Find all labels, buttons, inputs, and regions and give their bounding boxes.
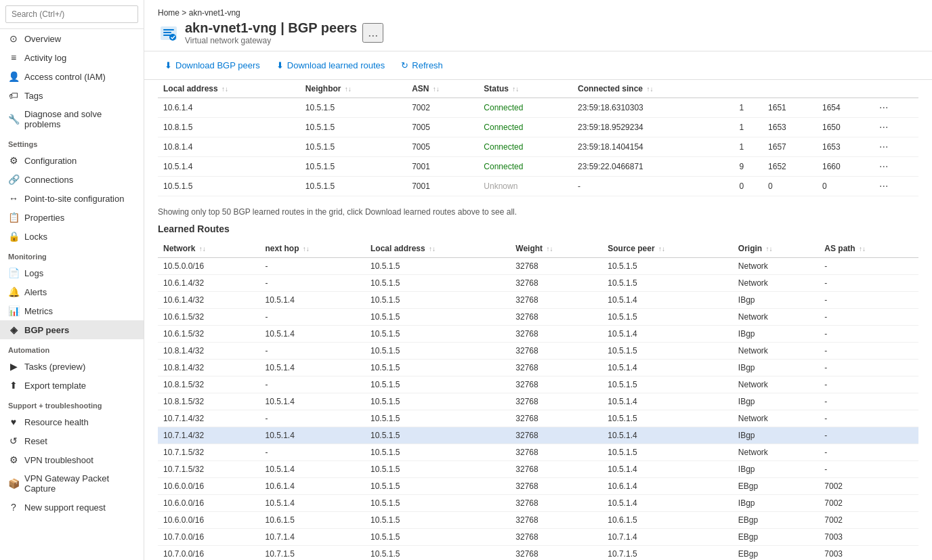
cell-neighbor: 10.5.1.5 xyxy=(300,118,406,137)
table-row: 10.8.1.4/32 10.5.1.4 10.5.1.5 32768 10.5… xyxy=(158,360,918,376)
lr-cell-source-peer: 10.5.1.4 xyxy=(602,393,733,410)
sidebar-section-monitoring: Monitoring xyxy=(0,246,144,263)
lr-cell-network: 10.8.1.5/32 xyxy=(158,393,259,410)
row-menu-button[interactable]: ··· xyxy=(876,121,891,133)
lr-col-origin[interactable]: Origin ↑↓ xyxy=(733,240,820,258)
cell-msg-sent: 1653 xyxy=(763,118,817,137)
sidebar-item-overview[interactable]: ⊙Overview xyxy=(0,29,144,48)
col-msg-received[interactable] xyxy=(817,80,871,98)
download-bgp-icon: ⬇ xyxy=(165,60,172,70)
row-menu-button[interactable]: ··· xyxy=(876,180,891,192)
col-connected-since[interactable]: Connected since ↑↓ xyxy=(572,80,734,98)
sidebar-item-bgp-peers[interactable]: ◈BGP peers xyxy=(0,320,144,339)
sidebar-item-vpn-gateway-packet[interactable]: 📦VPN Gateway Packet Capture xyxy=(0,469,144,498)
sidebar-item-reset[interactable]: ↺Reset xyxy=(0,431,144,450)
download-routes-button[interactable]: ⬇ Download learned routes xyxy=(270,57,392,74)
cell-routes-received: 0 xyxy=(734,177,763,196)
sidebar-item-new-support[interactable]: ?New support request xyxy=(0,498,144,517)
lr-col-as-path[interactable]: AS path ↑↓ xyxy=(819,240,918,258)
lr-cell-weight: 32768 xyxy=(510,410,602,427)
lr-col-weight[interactable]: Weight ↑↓ xyxy=(510,240,602,258)
lr-cell-as-path: - xyxy=(819,309,918,326)
sidebar-item-resource-health[interactable]: ♥Resource health xyxy=(0,412,144,431)
sidebar-item-connections[interactable]: 🔗Connections xyxy=(0,170,144,189)
download-bgp-button[interactable]: ⬇ Download BGP peers xyxy=(158,57,267,74)
sidebar-item-logs[interactable]: 📄Logs xyxy=(0,263,144,282)
cell-msg-sent: 1651 xyxy=(763,98,817,118)
lr-cell-origin: Network xyxy=(733,410,820,427)
lr-cell-as-path: - xyxy=(819,326,918,343)
sidebar-item-configuration[interactable]: ⚙Configuration xyxy=(0,151,144,170)
lr-cell-local-addr: 10.5.1.5 xyxy=(365,343,510,360)
resource-health-icon: ♥ xyxy=(8,416,19,427)
table-row: 10.6.1.4/32 10.5.1.4 10.5.1.5 32768 10.5… xyxy=(158,292,918,309)
lr-cell-origin: IBgp xyxy=(733,427,820,444)
sidebar-item-tasks[interactable]: ▶Tasks (preview) xyxy=(0,357,144,376)
lr-cell-weight: 32768 xyxy=(510,326,602,343)
lr-cell-network: 10.7.1.5/32 xyxy=(158,444,259,461)
cell-asn: 7005 xyxy=(406,137,478,157)
sidebar-item-p2s-config[interactable]: ↔Point-to-site configuration xyxy=(0,189,144,208)
lr-col-local-addr[interactable]: Local address ↑↓ xyxy=(365,240,510,258)
sidebar-item-locks[interactable]: 🔒Locks xyxy=(0,227,144,246)
lr-cell-source-peer: 10.6.1.4 xyxy=(602,478,733,495)
lr-cell-source-peer: 10.5.1.5 xyxy=(602,275,733,292)
sidebar-item-export-template[interactable]: ⬆Export template xyxy=(0,376,144,395)
lr-cell-weight: 32768 xyxy=(510,427,602,444)
lr-cell-source-peer: 10.5.1.4 xyxy=(602,292,733,309)
sidebar-item-alerts[interactable]: 🔔Alerts xyxy=(0,282,144,301)
cell-msg-sent: 1657 xyxy=(763,137,817,157)
sidebar-label-diagnose: Diagnose and solve problems xyxy=(24,109,135,129)
col-status[interactable]: Status ↑↓ xyxy=(478,80,572,98)
lr-col-network[interactable]: Network ↑↓ xyxy=(158,240,259,258)
lr-cell-origin: Network xyxy=(733,343,820,360)
refresh-button[interactable]: ↻ Refresh xyxy=(394,57,450,74)
col-routes-received[interactable] xyxy=(734,80,763,98)
vpn-troubleshoot-icon: ⚙ xyxy=(8,454,19,465)
sidebar-item-metrics[interactable]: 📊Metrics xyxy=(0,301,144,320)
sidebar-item-properties[interactable]: 📋Properties xyxy=(0,208,144,227)
lr-cell-as-path: 7003 xyxy=(819,529,918,546)
col-local-address[interactable]: Local address ↑↓ xyxy=(158,80,300,98)
sidebar-item-diagnose[interactable]: 🔧Diagnose and solve problems xyxy=(0,105,144,133)
vpn-gateway-packet-icon: 📦 xyxy=(8,478,19,489)
tasks-icon: ▶ xyxy=(8,361,19,372)
learned-routes-heading: Learned Routes xyxy=(158,223,918,234)
search-input[interactable] xyxy=(5,5,138,23)
download-routes-label: Download learned routes xyxy=(287,60,385,70)
download-routes-icon: ⬇ xyxy=(276,60,284,70)
col-neighbor[interactable]: Neighbor ↑↓ xyxy=(300,80,406,98)
sidebar-item-tags[interactable]: 🏷Tags xyxy=(0,86,144,105)
lr-cell-network: 10.7.0.0/16 xyxy=(158,546,259,561)
lr-cell-local-addr: 10.5.1.5 xyxy=(365,326,510,343)
sidebar-item-activity-log[interactable]: ≡Activity log xyxy=(0,48,144,67)
lr-col-source-peer[interactable]: Source peer ↑↓ xyxy=(602,240,733,258)
sidebar-item-access-control[interactable]: 👤Access control (IAM) xyxy=(0,67,144,86)
table-row: 10.6.0.0/16 10.6.1.4 10.5.1.5 32768 10.6… xyxy=(158,478,918,495)
row-menu-button[interactable]: ··· xyxy=(876,160,891,173)
sidebar-label-configuration: Configuration xyxy=(24,156,77,166)
cell-local-address: 10.5.1.5 xyxy=(158,177,300,196)
sidebar-item-vpn-troubleshoot[interactable]: ⚙VPN troubleshoot xyxy=(0,450,144,469)
lr-col-nexthop[interactable]: next hop ↑↓ xyxy=(259,240,365,258)
alerts-icon: 🔔 xyxy=(8,286,19,297)
ellipsis-button[interactable]: ... xyxy=(362,23,383,43)
overview-icon: ⊙ xyxy=(8,33,19,44)
cell-msg-received: 1650 xyxy=(817,118,871,137)
page-icon xyxy=(158,22,179,44)
cell-routes-received: 9 xyxy=(734,157,763,177)
lr-cell-local-addr: 10.5.1.5 xyxy=(365,478,510,495)
lr-cell-nexthop: 10.5.1.4 xyxy=(259,427,365,444)
col-msg-sent[interactable] xyxy=(763,80,817,98)
table-row: 10.7.0.0/16 10.7.1.4 10.5.1.5 32768 10.7… xyxy=(158,529,918,546)
learned-routes-table: Network ↑↓ next hop ↑↓ Local address ↑↓ … xyxy=(158,240,918,560)
breadcrumb-home[interactable]: Home xyxy=(158,8,179,18)
cell-neighbor: 10.5.1.5 xyxy=(300,98,406,118)
lr-cell-nexthop: 10.5.1.4 xyxy=(259,326,365,343)
row-menu-button[interactable]: ··· xyxy=(876,102,891,114)
table-row: 10.6.0.0/16 10.5.1.4 10.5.1.5 32768 10.5… xyxy=(158,495,918,512)
col-asn[interactable]: ASN ↑↓ xyxy=(406,80,478,98)
row-menu-button[interactable]: ··· xyxy=(876,141,891,153)
table-row: 10.6.1.5/32 - 10.5.1.5 32768 10.5.1.5 Ne… xyxy=(158,309,918,326)
lr-cell-source-peer: 10.5.1.4 xyxy=(602,495,733,512)
